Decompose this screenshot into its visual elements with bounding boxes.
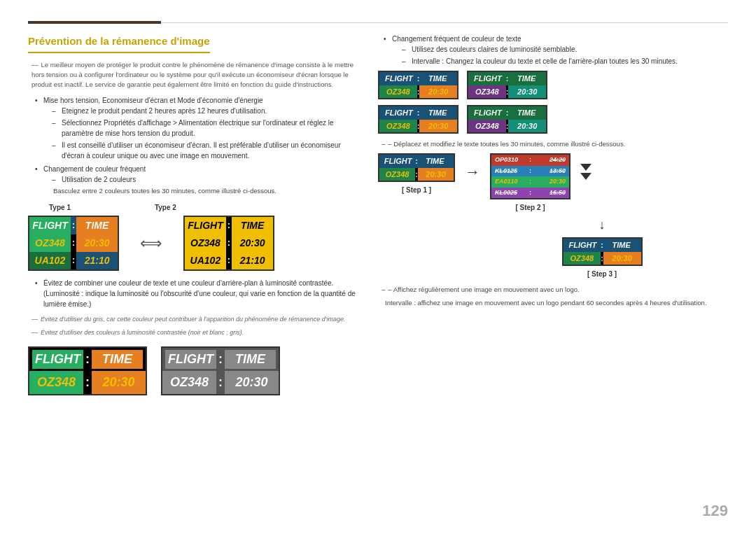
bb1d1: OZ348	[29, 371, 83, 394]
top-decoration	[28, 21, 728, 24]
basculez-note: Basculez entre 2 couleurs toutes les 30 …	[43, 186, 364, 196]
r1b-board: FLIGHT : TIME OZ348 : 20:30	[467, 71, 547, 99]
bottom-displays: FLIGHT : TIME OZ348 : 20:30 FLIGHT :	[28, 346, 364, 395]
bullet-luminosite: Évitez de combiner une couleur de texte …	[35, 278, 364, 309]
step2-group: OP0310 : 24:20 KL0125 : 13:50 EA0110 :	[490, 153, 570, 213]
down-arrow-1	[580, 164, 592, 171]
type2-row2: UA102 : 21:10	[185, 252, 273, 269]
t1d1sep: :	[71, 234, 76, 252]
r1a-board: FLIGHT : TIME OZ348 : 20:30	[378, 71, 458, 99]
type1-board: FLIGHT : TIME OZ348 : 20:30 UA102 : 21:1…	[28, 216, 119, 271]
right-bullets: Changement fréquent de couleur de texte …	[378, 34, 728, 66]
bb2-header: FLIGHT : TIME	[162, 348, 279, 371]
r1bd1: OZ348	[468, 85, 506, 99]
type2-board: FLIGHT : TIME OZ348 : 20:30 UA102 : 21:1…	[183, 216, 274, 271]
t1d1: OZ348	[29, 234, 71, 252]
sub-item-4: Utilisation de 2 couleurs	[52, 174, 364, 185]
r2a-row1: OZ348 : 20:30	[379, 120, 457, 133]
italic-note1: Évitez d'utiliser du gris, car cette cou…	[28, 315, 364, 325]
r2ah1: FLIGHT	[381, 107, 417, 119]
t2d2v: 21:10	[232, 252, 273, 269]
s3h1: FLIGHT	[565, 239, 601, 251]
light-line	[161, 22, 728, 23]
bb2d1: OZ348	[162, 371, 216, 394]
t2h2: TIME	[232, 217, 273, 234]
s1d1: OZ348	[379, 168, 415, 181]
s3d1: OZ348	[564, 252, 601, 265]
right-boards-row2: FLIGHT : TIME OZ348 : 20:30 FLIGHT :	[378, 105, 728, 134]
rs1: Utilisez des couleurs claires de luminos…	[402, 44, 728, 55]
bb1sep: :	[83, 350, 92, 369]
s1h1: FLIGHT	[381, 155, 415, 167]
right-boards-row1: FLIGHT : TIME OZ348 : 20:30 FLIGHT :	[378, 71, 728, 99]
r2bd2: 20:30	[508, 120, 546, 133]
r1ad1: OZ348	[379, 85, 417, 99]
bb2sep: :	[216, 350, 225, 369]
step2-board: OP0310 : 24:20 KL0125 : 13:50 EA0110 :	[490, 153, 570, 199]
s3-header: FLIGHT : TIME	[564, 239, 641, 252]
bb2d2: 20:30	[225, 371, 279, 394]
bb2h2: TIME	[225, 350, 276, 369]
t2d2sep: :	[226, 252, 232, 269]
intro-note: Le meilleur moyen de protéger le produit…	[28, 60, 364, 90]
t1d2v: 21:10	[76, 252, 118, 269]
s3h2: TIME	[603, 239, 640, 251]
bb2-row1: OZ348 : 20:30	[162, 371, 279, 394]
r1a-header: FLIGHT : TIME	[379, 72, 457, 85]
sub-item-3: Il est conseillé d'utiliser un économise…	[52, 140, 364, 161]
type2-row1: OZ348 : 20:30	[185, 234, 273, 252]
r2ad2: 20:30	[419, 120, 457, 133]
bb1h2: TIME	[92, 350, 143, 369]
type2-header: FLIGHT : TIME	[185, 217, 273, 234]
s1h2: TIME	[418, 155, 452, 167]
arrow-between-boards: ⟺	[140, 232, 162, 255]
sub-list-2: Utilisation de 2 couleurs	[43, 174, 364, 185]
s2r3v: 20:30	[531, 177, 568, 187]
type1-row1: OZ348 : 20:30	[29, 234, 118, 252]
right-bullet-1: Changement fréquent de couleur de texte …	[384, 34, 728, 66]
final-notes: – Affichez régulièrement une image en mo…	[378, 285, 728, 307]
t1d2: UA102	[29, 252, 71, 269]
t2d1sep: :	[226, 234, 232, 252]
s2r3c1: EA0110	[493, 177, 529, 187]
bullet-item-2: Changement de couleur fréquent Utilisati…	[35, 164, 364, 196]
s2r2: KL0125 : 13:50	[491, 166, 569, 177]
r2b-board: FLIGHT : TIME OZ348 : 20:30	[467, 105, 547, 134]
bb1d2: 20:30	[92, 371, 146, 394]
r2a-board: FLIGHT : TIME OZ348 : 20:30	[378, 105, 458, 134]
step-note: – Déplacez et modifiez le texte toutes l…	[378, 139, 728, 149]
right-sub-list-1: Utilisez des couleurs claires de luminos…	[392, 44, 728, 66]
r1ah2: TIME	[419, 73, 456, 85]
t2d1v: 20:30	[232, 234, 273, 252]
r2ad1: OZ348	[379, 120, 417, 133]
final-note1: – Affichez régulièrement une image en mo…	[378, 285, 728, 295]
t1sep: :	[71, 217, 76, 234]
step-arrow-1-2: →	[462, 160, 483, 183]
main-bullets: Mise hors tension, Economiseur d'écran e…	[28, 95, 364, 196]
t1h1: FLIGHT	[29, 217, 71, 234]
bb2dsep: :	[216, 371, 225, 394]
content-area: Prévention de la rémanence d'image Le me…	[28, 34, 728, 520]
bb1h1: FLIGHT	[32, 350, 83, 369]
s2r4: KL0025 : 16:50	[491, 188, 569, 199]
t2sep: :	[226, 217, 232, 234]
s1-header: FLIGHT : TIME	[379, 155, 454, 168]
r1bh1: FLIGHT	[470, 73, 506, 85]
right-column: Changement fréquent de couleur de texte …	[378, 34, 728, 520]
bottom-board-1: FLIGHT : TIME OZ348 : 20:30	[28, 346, 147, 395]
r1bd2: 20:30	[508, 85, 546, 99]
r1a-row1: OZ348 : 20:30	[379, 85, 457, 99]
t1d2sep: :	[71, 252, 76, 269]
final-note2: Intervalle : affichez une image en mouve…	[378, 298, 728, 307]
step2-label: [ Step 2 ]	[515, 202, 545, 213]
t2h1: FLIGHT	[185, 217, 226, 234]
r2b-header: FLIGHT : TIME	[468, 106, 546, 120]
s2r2c1: KL0125	[493, 167, 529, 176]
r2a-header: FLIGHT : TIME	[379, 106, 457, 120]
bb2h1: FLIGHT	[165, 350, 216, 369]
s1-row: OZ348 : 20:30	[379, 168, 454, 181]
r2b-row1: OZ348 : 20:30	[468, 120, 546, 133]
r1b-row1: OZ348 : 20:30	[468, 85, 546, 99]
type-labels: Type 1 Type 2	[28, 202, 364, 213]
r1ah1: FLIGHT	[381, 73, 417, 85]
